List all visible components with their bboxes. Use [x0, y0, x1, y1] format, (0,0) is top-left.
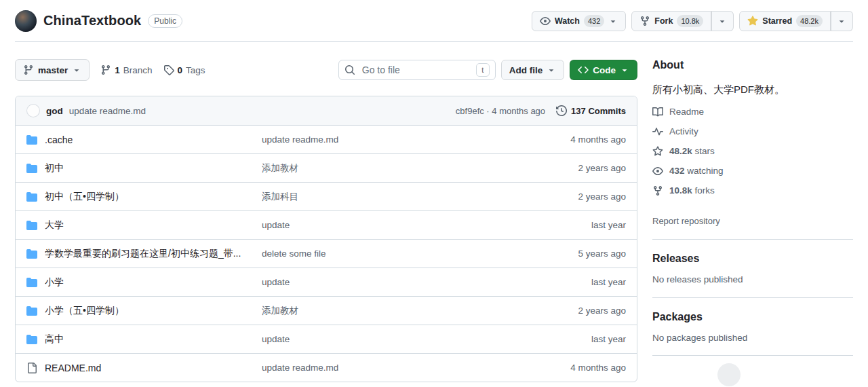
- star-icon: [747, 16, 758, 26]
- code-button[interactable]: Code: [570, 60, 637, 80]
- chevron-down-icon: [717, 16, 727, 26]
- repo-owner-avatar[interactable]: [15, 10, 37, 32]
- table-row[interactable]: 高中 update last year: [16, 325, 637, 353]
- table-row[interactable]: 小学（五•四学制） 添加教材 2 years ago: [16, 296, 637, 325]
- code-label: Code: [593, 65, 616, 75]
- about-sidebar: About 所有小初高、大学PDF教材。 Readme Activity 48.…: [652, 59, 853, 386]
- commit-date: 5 years ago: [524, 248, 626, 259]
- star-button[interactable]: Starred 48.2k: [739, 11, 831, 31]
- activity-link[interactable]: Activity: [652, 126, 853, 137]
- watching-stat-link[interactable]: 432 watching: [652, 166, 853, 177]
- chevron-down-icon: [620, 65, 629, 75]
- chevron-down-icon: [837, 16, 846, 26]
- commit-message-link[interactable]: 添加科目: [262, 191, 524, 203]
- folder-icon: [26, 163, 37, 174]
- forks-label: forks: [695, 185, 715, 196]
- file-icon: [26, 363, 37, 373]
- file-name-link[interactable]: .cache: [45, 134, 73, 145]
- repo-toolbar: master 1 Branch 0: [15, 59, 637, 81]
- git-branch-icon: [100, 64, 111, 75]
- commit-date: 2 years ago: [524, 306, 626, 316]
- visibility-badge: Public: [148, 14, 182, 28]
- about-title: About: [652, 59, 853, 71]
- fork-icon: [639, 16, 650, 26]
- file-name-link[interactable]: 高中: [45, 333, 64, 346]
- branch-selector[interactable]: master: [15, 59, 90, 81]
- file-name-link[interactable]: 小学: [45, 276, 64, 289]
- folder-icon: [26, 191, 37, 202]
- branches-count: 1: [115, 65, 120, 75]
- commit-message-link[interactable]: update readme.md: [262, 363, 524, 373]
- table-row[interactable]: 初中（五•四学制） 添加科目 2 years ago: [16, 182, 637, 210]
- file-name-link[interactable]: 大学: [45, 219, 64, 232]
- forks-stat-link[interactable]: 10.8k forks: [652, 185, 853, 196]
- branches-link[interactable]: 1 Branch: [100, 64, 152, 75]
- fork-icon: [652, 185, 663, 196]
- commit-history-link[interactable]: 137 Commits: [556, 105, 626, 116]
- releases-title: Releases: [652, 253, 853, 265]
- activity-icon: [652, 126, 663, 137]
- file-name-link[interactable]: 初中: [45, 162, 64, 174]
- stars-label: stars: [695, 146, 715, 156]
- star-count: 48.2k: [796, 15, 823, 27]
- watch-count: 432: [584, 15, 604, 27]
- table-row[interactable]: 学数学最重要的刷习题在这里/初中练习题_带... delete some fil…: [16, 239, 637, 268]
- commit-author-avatar[interactable]: [26, 104, 40, 117]
- commit-date: 2 years ago: [524, 191, 626, 202]
- file-name-link[interactable]: 初中（五•四学制）: [45, 191, 124, 203]
- table-row[interactable]: .cache update readme.md 4 months ago: [16, 125, 637, 153]
- folder-icon: [26, 277, 37, 288]
- readme-label: Readme: [669, 107, 704, 117]
- watch-button[interactable]: Watch 432: [532, 11, 626, 31]
- repo-description: 所有小初高、大学PDF教材。: [652, 82, 853, 98]
- history-icon: [556, 105, 567, 116]
- git-branch-icon: [23, 64, 34, 75]
- fork-button[interactable]: Fork 10.8k: [631, 11, 711, 31]
- table-row[interactable]: 小学 update last year: [16, 268, 637, 296]
- commit-message-link[interactable]: update: [262, 334, 524, 344]
- commit-message-link[interactable]: update: [262, 277, 524, 287]
- commit-message-link[interactable]: 添加教材: [262, 305, 524, 317]
- latest-commit-message[interactable]: update readme.md: [69, 106, 146, 116]
- commit-date: 4 months ago: [524, 363, 626, 373]
- folder-icon: [26, 306, 37, 316]
- tags-link[interactable]: 0 Tags: [163, 64, 205, 75]
- fork-dropdown-button[interactable]: [711, 11, 734, 31]
- avatar[interactable]: [717, 363, 741, 386]
- commit-message-link[interactable]: delete some file: [262, 248, 524, 259]
- go-to-file-search[interactable]: t: [338, 60, 496, 80]
- file-name-link[interactable]: 学数学最重要的刷习题在这里/初中练习题_带...: [45, 248, 241, 260]
- commits-count: 137 Commits: [571, 106, 626, 116]
- next-section-divider: [652, 355, 853, 386]
- add-file-label: Add file: [509, 65, 543, 75]
- add-file-button[interactable]: Add file: [501, 60, 565, 80]
- releases-empty-text: No releases published: [652, 274, 853, 284]
- star-label: Starred: [762, 16, 792, 26]
- code-icon: [578, 64, 589, 75]
- table-row[interactable]: 初中 添加教材 2 years ago: [16, 153, 637, 182]
- chevron-down-icon: [547, 65, 556, 75]
- commit-message-link[interactable]: 添加教材: [262, 162, 524, 174]
- commit-date: last year: [524, 277, 626, 287]
- repo-header: ChinaTextbook Public Watch 432 Fork 10.8…: [0, 0, 868, 41]
- repo-title-link[interactable]: ChinaTextbook: [43, 13, 141, 29]
- star-dropdown-button[interactable]: [831, 11, 853, 31]
- stars-count: 48.2k: [669, 146, 692, 156]
- branches-label: Branch: [123, 65, 153, 75]
- commit-author-link[interactable]: god: [46, 106, 63, 116]
- search-input[interactable]: [361, 64, 471, 76]
- commit-sha-time[interactable]: cbf9efc · 4 months ago: [456, 106, 545, 116]
- activity-label: Activity: [669, 126, 698, 136]
- table-row[interactable]: README.md update readme.md 4 months ago: [16, 353, 637, 382]
- commit-date: 4 months ago: [524, 134, 626, 145]
- latest-commit-bar: god update readme.md cbf9efc · 4 months …: [16, 96, 637, 125]
- readme-link[interactable]: Readme: [652, 107, 853, 117]
- file-name-link[interactable]: README.md: [45, 363, 101, 373]
- commit-date: last year: [524, 220, 626, 230]
- file-name-link[interactable]: 小学（五•四学制）: [45, 305, 124, 317]
- report-repository-link[interactable]: Report repository: [652, 216, 720, 226]
- commit-message-link[interactable]: update: [262, 220, 524, 230]
- stars-stat-link[interactable]: 48.2k stars: [652, 146, 853, 157]
- commit-message-link[interactable]: update readme.md: [262, 134, 524, 145]
- table-row[interactable]: 大学 update last year: [16, 210, 637, 239]
